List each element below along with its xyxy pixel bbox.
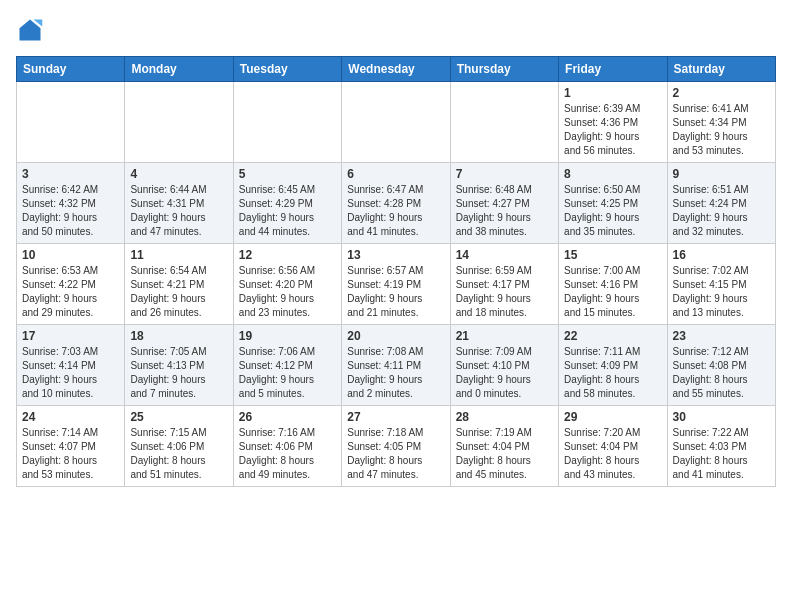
day-info: Sunrise: 6:54 AM Sunset: 4:21 PM Dayligh…	[130, 264, 227, 320]
day-number: 20	[347, 329, 444, 343]
day-info: Sunrise: 7:00 AM Sunset: 4:16 PM Dayligh…	[564, 264, 661, 320]
day-number: 19	[239, 329, 336, 343]
calendar-week-row: 17Sunrise: 7:03 AM Sunset: 4:14 PM Dayli…	[17, 325, 776, 406]
day-number: 6	[347, 167, 444, 181]
day-info: Sunrise: 6:59 AM Sunset: 4:17 PM Dayligh…	[456, 264, 553, 320]
weekday-header: Tuesday	[233, 57, 341, 82]
calendar-week-row: 24Sunrise: 7:14 AM Sunset: 4:07 PM Dayli…	[17, 406, 776, 487]
day-info: Sunrise: 6:42 AM Sunset: 4:32 PM Dayligh…	[22, 183, 119, 239]
day-number: 5	[239, 167, 336, 181]
day-info: Sunrise: 7:09 AM Sunset: 4:10 PM Dayligh…	[456, 345, 553, 401]
calendar-cell: 11Sunrise: 6:54 AM Sunset: 4:21 PM Dayli…	[125, 244, 233, 325]
day-number: 13	[347, 248, 444, 262]
calendar-cell	[125, 82, 233, 163]
calendar-cell: 27Sunrise: 7:18 AM Sunset: 4:05 PM Dayli…	[342, 406, 450, 487]
day-info: Sunrise: 7:11 AM Sunset: 4:09 PM Dayligh…	[564, 345, 661, 401]
day-number: 8	[564, 167, 661, 181]
calendar-week-row: 1Sunrise: 6:39 AM Sunset: 4:36 PM Daylig…	[17, 82, 776, 163]
day-info: Sunrise: 7:22 AM Sunset: 4:03 PM Dayligh…	[673, 426, 770, 482]
calendar-cell: 12Sunrise: 6:56 AM Sunset: 4:20 PM Dayli…	[233, 244, 341, 325]
calendar-cell	[450, 82, 558, 163]
day-number: 25	[130, 410, 227, 424]
calendar-cell: 7Sunrise: 6:48 AM Sunset: 4:27 PM Daylig…	[450, 163, 558, 244]
calendar-cell: 16Sunrise: 7:02 AM Sunset: 4:15 PM Dayli…	[667, 244, 775, 325]
day-info: Sunrise: 7:16 AM Sunset: 4:06 PM Dayligh…	[239, 426, 336, 482]
calendar-cell: 1Sunrise: 6:39 AM Sunset: 4:36 PM Daylig…	[559, 82, 667, 163]
calendar-cell: 5Sunrise: 6:45 AM Sunset: 4:29 PM Daylig…	[233, 163, 341, 244]
day-info: Sunrise: 7:03 AM Sunset: 4:14 PM Dayligh…	[22, 345, 119, 401]
logo	[16, 16, 48, 44]
calendar-cell: 22Sunrise: 7:11 AM Sunset: 4:09 PM Dayli…	[559, 325, 667, 406]
page-header	[16, 16, 776, 44]
day-info: Sunrise: 6:44 AM Sunset: 4:31 PM Dayligh…	[130, 183, 227, 239]
day-number: 26	[239, 410, 336, 424]
calendar-table: SundayMondayTuesdayWednesdayThursdayFrid…	[16, 56, 776, 487]
weekday-header: Sunday	[17, 57, 125, 82]
day-number: 12	[239, 248, 336, 262]
day-number: 28	[456, 410, 553, 424]
calendar-cell: 4Sunrise: 6:44 AM Sunset: 4:31 PM Daylig…	[125, 163, 233, 244]
logo-icon	[16, 16, 44, 44]
day-number: 29	[564, 410, 661, 424]
weekday-header: Monday	[125, 57, 233, 82]
svg-marker-0	[20, 20, 41, 41]
day-info: Sunrise: 7:14 AM Sunset: 4:07 PM Dayligh…	[22, 426, 119, 482]
calendar-cell: 19Sunrise: 7:06 AM Sunset: 4:12 PM Dayli…	[233, 325, 341, 406]
day-number: 11	[130, 248, 227, 262]
day-number: 7	[456, 167, 553, 181]
calendar-cell: 30Sunrise: 7:22 AM Sunset: 4:03 PM Dayli…	[667, 406, 775, 487]
day-number: 24	[22, 410, 119, 424]
calendar-cell: 23Sunrise: 7:12 AM Sunset: 4:08 PM Dayli…	[667, 325, 775, 406]
calendar-cell: 24Sunrise: 7:14 AM Sunset: 4:07 PM Dayli…	[17, 406, 125, 487]
day-info: Sunrise: 7:20 AM Sunset: 4:04 PM Dayligh…	[564, 426, 661, 482]
day-info: Sunrise: 6:50 AM Sunset: 4:25 PM Dayligh…	[564, 183, 661, 239]
calendar-cell: 21Sunrise: 7:09 AM Sunset: 4:10 PM Dayli…	[450, 325, 558, 406]
weekday-header: Thursday	[450, 57, 558, 82]
day-number: 22	[564, 329, 661, 343]
calendar-cell: 3Sunrise: 6:42 AM Sunset: 4:32 PM Daylig…	[17, 163, 125, 244]
day-number: 15	[564, 248, 661, 262]
calendar-week-row: 10Sunrise: 6:53 AM Sunset: 4:22 PM Dayli…	[17, 244, 776, 325]
day-info: Sunrise: 7:06 AM Sunset: 4:12 PM Dayligh…	[239, 345, 336, 401]
day-info: Sunrise: 6:45 AM Sunset: 4:29 PM Dayligh…	[239, 183, 336, 239]
day-number: 2	[673, 86, 770, 100]
weekday-header: Friday	[559, 57, 667, 82]
calendar-cell	[233, 82, 341, 163]
day-info: Sunrise: 7:05 AM Sunset: 4:13 PM Dayligh…	[130, 345, 227, 401]
weekday-header: Saturday	[667, 57, 775, 82]
day-info: Sunrise: 6:56 AM Sunset: 4:20 PM Dayligh…	[239, 264, 336, 320]
day-info: Sunrise: 6:39 AM Sunset: 4:36 PM Dayligh…	[564, 102, 661, 158]
calendar-week-row: 3Sunrise: 6:42 AM Sunset: 4:32 PM Daylig…	[17, 163, 776, 244]
calendar-cell: 14Sunrise: 6:59 AM Sunset: 4:17 PM Dayli…	[450, 244, 558, 325]
day-number: 3	[22, 167, 119, 181]
day-info: Sunrise: 7:08 AM Sunset: 4:11 PM Dayligh…	[347, 345, 444, 401]
day-info: Sunrise: 7:02 AM Sunset: 4:15 PM Dayligh…	[673, 264, 770, 320]
calendar-cell: 15Sunrise: 7:00 AM Sunset: 4:16 PM Dayli…	[559, 244, 667, 325]
calendar-header-row: SundayMondayTuesdayWednesdayThursdayFrid…	[17, 57, 776, 82]
day-number: 30	[673, 410, 770, 424]
day-number: 17	[22, 329, 119, 343]
calendar-cell: 8Sunrise: 6:50 AM Sunset: 4:25 PM Daylig…	[559, 163, 667, 244]
calendar-cell: 26Sunrise: 7:16 AM Sunset: 4:06 PM Dayli…	[233, 406, 341, 487]
calendar-cell: 17Sunrise: 7:03 AM Sunset: 4:14 PM Dayli…	[17, 325, 125, 406]
day-info: Sunrise: 7:12 AM Sunset: 4:08 PM Dayligh…	[673, 345, 770, 401]
calendar-cell: 18Sunrise: 7:05 AM Sunset: 4:13 PM Dayli…	[125, 325, 233, 406]
day-info: Sunrise: 6:41 AM Sunset: 4:34 PM Dayligh…	[673, 102, 770, 158]
calendar-cell: 10Sunrise: 6:53 AM Sunset: 4:22 PM Dayli…	[17, 244, 125, 325]
calendar-cell: 25Sunrise: 7:15 AM Sunset: 4:06 PM Dayli…	[125, 406, 233, 487]
calendar-cell: 13Sunrise: 6:57 AM Sunset: 4:19 PM Dayli…	[342, 244, 450, 325]
calendar-cell: 29Sunrise: 7:20 AM Sunset: 4:04 PM Dayli…	[559, 406, 667, 487]
calendar-cell	[17, 82, 125, 163]
day-number: 21	[456, 329, 553, 343]
day-number: 27	[347, 410, 444, 424]
calendar-cell: 20Sunrise: 7:08 AM Sunset: 4:11 PM Dayli…	[342, 325, 450, 406]
day-number: 16	[673, 248, 770, 262]
day-number: 23	[673, 329, 770, 343]
day-info: Sunrise: 6:57 AM Sunset: 4:19 PM Dayligh…	[347, 264, 444, 320]
day-number: 9	[673, 167, 770, 181]
day-number: 10	[22, 248, 119, 262]
calendar-cell	[342, 82, 450, 163]
day-number: 18	[130, 329, 227, 343]
day-info: Sunrise: 6:53 AM Sunset: 4:22 PM Dayligh…	[22, 264, 119, 320]
calendar-cell: 6Sunrise: 6:47 AM Sunset: 4:28 PM Daylig…	[342, 163, 450, 244]
